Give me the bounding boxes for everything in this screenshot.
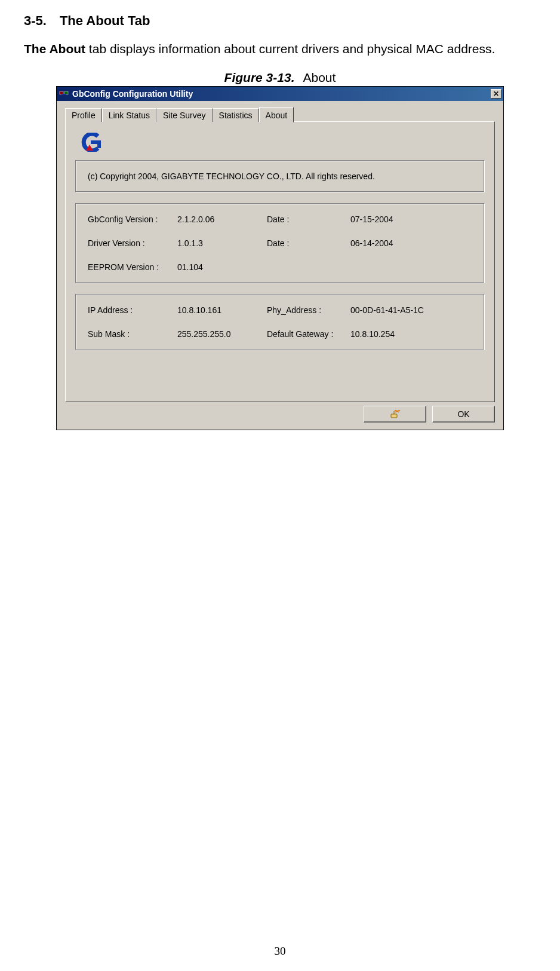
close-button[interactable]: ✕ [491, 89, 501, 99]
app-icon [59, 89, 69, 99]
default-gateway-value: 10.8.10.254 [350, 329, 395, 339]
intro-bold: The About [24, 42, 85, 56]
figure-number: Figure 3-13. [224, 71, 295, 84]
copyright-group: (c) Copyright 2004, GIGABYTE TECHNOLOGY … [75, 160, 485, 192]
tab-profile[interactable]: Profile [65, 108, 102, 122]
svg-rect-1 [64, 91, 68, 94]
gbconfig-version-value: 2.1.2.0.06 [177, 215, 267, 224]
network-group: IP Address : 10.8.10.161 Phy_Address : 0… [75, 294, 485, 350]
ip-address-label: IP Address : [88, 305, 177, 315]
section-heading: 3-5. The About Tab [24, 13, 536, 29]
intro-text: The About tab displays information about… [24, 42, 536, 56]
titlebar-text: GbConfig Configuration Utility [72, 89, 491, 99]
driver-version-value: 1.0.1.3 [177, 238, 267, 248]
figure-title: About [303, 71, 336, 84]
sub-mask-label: Sub Mask : [88, 329, 177, 339]
svg-rect-2 [391, 414, 397, 418]
svg-rect-0 [60, 91, 63, 94]
versions-group: GbConfig Version : 2.1.2.0.06 Date : 07-… [75, 203, 485, 283]
gbconfig-version-label: GbConfig Version : [88, 215, 177, 224]
phy-address-label: Phy_Address : [267, 305, 350, 315]
copyright-text: (c) Copyright 2004, GIGABYTE TECHNOLOGY … [88, 171, 375, 181]
phy-address-value: 00-0D-61-41-A5-1C [350, 305, 424, 315]
tab-pane-about: (c) Copyright 2004, GIGABYTE TECHNOLOGY … [65, 121, 495, 402]
tab-statistics[interactable]: Statistics [213, 108, 259, 122]
tabbar: Profile Link Status Site Survey Statisti… [65, 107, 495, 121]
driver-date-value: 06-14-2004 [350, 238, 393, 248]
default-gateway-label: Default Gateway : [267, 329, 350, 339]
sub-mask-value: 255.255.255.0 [177, 329, 267, 339]
titlebar: GbConfig Configuration Utility ✕ [57, 87, 503, 101]
gigabyte-logo-icon [81, 133, 485, 152]
config-dialog: GbConfig Configuration Utility ✕ Profile… [56, 86, 504, 430]
page-number: 30 [0, 945, 560, 958]
eeprom-version-value: 01.104 [177, 262, 267, 272]
tab-about[interactable]: About [259, 107, 294, 122]
radio-icon [389, 410, 401, 418]
ok-button[interactable]: OK [432, 406, 495, 422]
tab-link-status[interactable]: Link Status [102, 108, 156, 122]
intro-rest: tab displays information about current d… [85, 42, 495, 56]
driver-date-label: Date : [267, 238, 350, 248]
gbconfig-date-label: Date : [267, 215, 350, 224]
driver-version-label: Driver Version : [88, 238, 177, 248]
ip-address-value: 10.8.10.161 [177, 305, 267, 315]
tab-site-survey[interactable]: Site Survey [156, 108, 213, 122]
eeprom-version-label: EEPROM Version : [88, 262, 177, 272]
button-row: OK [65, 406, 495, 422]
radio-button[interactable] [364, 406, 426, 422]
figure-caption: Figure 3-13.About [24, 71, 536, 85]
gbconfig-date-value: 07-15-2004 [350, 215, 393, 224]
